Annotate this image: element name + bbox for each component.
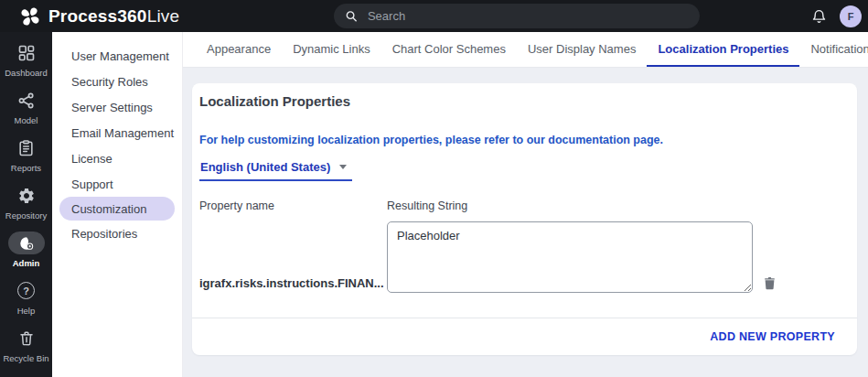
submenu-item-email-management[interactable]: Email Management bbox=[52, 120, 182, 145]
sidebar-item-help[interactable]: ? Help bbox=[0, 279, 52, 316]
property-table-header: Property name Resulting String bbox=[199, 199, 839, 212]
sidebar-item-reports[interactable]: Reports bbox=[0, 136, 52, 173]
sidebar-item-recycle-bin[interactable]: Recycle Bin bbox=[0, 327, 52, 363]
main-content: Appearance Dynamic Links Chart Color Sch… bbox=[183, 32, 868, 377]
notification-bell-icon[interactable] bbox=[811, 8, 827, 25]
property-name-label: igrafx.risks.instructions.FINAN... bbox=[199, 276, 387, 293]
sidebar-item-label: Admin bbox=[13, 258, 40, 268]
search-input[interactable] bbox=[366, 8, 689, 24]
documentation-help-link[interactable]: For help customizing localization proper… bbox=[199, 134, 839, 146]
page-title: Localization Properties bbox=[199, 93, 839, 109]
brand-logo[interactable]: Process360Live bbox=[0, 5, 179, 28]
column-header-property-name: Property name bbox=[199, 199, 387, 212]
tab-appearance[interactable]: Appearance bbox=[196, 32, 282, 67]
topbar-actions: F bbox=[811, 5, 868, 27]
brand-name-bold: Process360 bbox=[48, 6, 147, 26]
user-avatar[interactable]: F bbox=[840, 5, 862, 27]
recycle-bin-icon bbox=[18, 329, 35, 347]
submenu-item-support[interactable]: Support bbox=[52, 171, 182, 197]
repository-gear-icon bbox=[17, 187, 36, 205]
sidebar-item-admin[interactable]: Admin bbox=[0, 232, 52, 268]
primary-sidebar: Dashboard Model bbox=[0, 32, 52, 377]
trash-icon bbox=[764, 276, 776, 290]
submenu-item-security-roles[interactable]: Security Roles bbox=[52, 69, 182, 94]
tab-localization-properties[interactable]: Localization Properties bbox=[647, 32, 799, 67]
language-selector-value: English (United States) bbox=[200, 160, 330, 174]
localization-properties-card: Localization Properties For help customi… bbox=[192, 83, 857, 355]
sidebar-item-dashboard[interactable]: Dashboard bbox=[0, 41, 52, 78]
submenu-item-repositories[interactable]: Repositories bbox=[52, 221, 182, 246]
submenu-item-customization[interactable]: Customization bbox=[59, 197, 175, 221]
sidebar-item-label: Recycle Bin bbox=[3, 353, 48, 363]
model-icon bbox=[17, 92, 36, 110]
reports-icon bbox=[17, 139, 35, 157]
brand-name-light: Live bbox=[147, 6, 180, 26]
submenu-item-user-management[interactable]: User Management bbox=[52, 43, 182, 69]
dashboard-icon bbox=[17, 44, 36, 62]
admin-icon bbox=[18, 235, 35, 252]
chevron-down-icon bbox=[339, 165, 347, 169]
sidebar-item-model[interactable]: Model bbox=[0, 89, 52, 125]
tab-user-display-names[interactable]: User Display Names bbox=[517, 32, 647, 67]
process360-logo-icon bbox=[18, 5, 42, 28]
sidebar-item-label: Model bbox=[15, 115, 38, 125]
sidebar-item-label: Reports bbox=[11, 163, 41, 173]
app-window: Process360Live F bbox=[0, 0, 868, 377]
global-search[interactable] bbox=[334, 4, 700, 28]
tab-notifications[interactable]: Notifications bbox=[799, 32, 868, 67]
tab-dynamic-links[interactable]: Dynamic Links bbox=[282, 32, 381, 67]
resulting-string-textarea[interactable]: Placeholder bbox=[387, 221, 753, 293]
customization-tabs: Appearance Dynamic Links Chart Color Sch… bbox=[183, 32, 868, 68]
delete-property-button[interactable] bbox=[764, 276, 776, 290]
search-icon bbox=[345, 9, 358, 23]
submenu-item-server-settings[interactable]: Server Settings bbox=[52, 94, 182, 120]
property-row: igrafx.risks.instructions.FINAN... Place… bbox=[199, 221, 839, 293]
add-new-property-button[interactable]: ADD NEW PROPERTY bbox=[710, 330, 835, 343]
card-footer: ADD NEW PROPERTY bbox=[192, 318, 857, 355]
sidebar-item-label: Dashboard bbox=[5, 68, 47, 78]
tab-chart-color-schemes[interactable]: Chart Color Schemes bbox=[381, 32, 517, 67]
sidebar-item-label: Repository bbox=[5, 210, 47, 221]
help-icon: ? bbox=[17, 282, 35, 299]
sidebar-item-repository[interactable]: Repository bbox=[0, 184, 52, 221]
column-header-resulting-string: Resulting String bbox=[387, 199, 467, 212]
top-bar: Process360Live F bbox=[0, 0, 868, 32]
sidebar-item-label: Help bbox=[17, 306, 36, 316]
language-selector[interactable]: English (United States) bbox=[199, 160, 352, 181]
submenu-item-license[interactable]: License bbox=[52, 145, 182, 171]
brand-name: Process360Live bbox=[48, 6, 179, 27]
admin-submenu: User Management Security Roles Server Se… bbox=[52, 32, 183, 377]
